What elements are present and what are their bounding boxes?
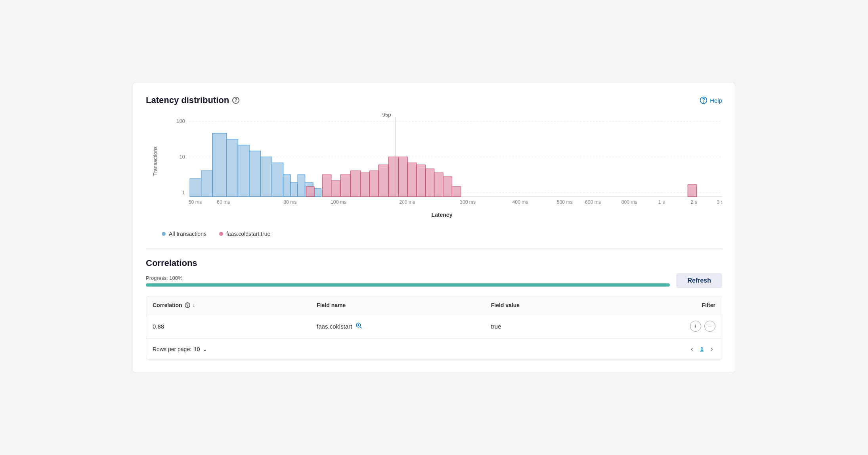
help-circle-icon [700,96,707,104]
legend-all-transactions: All transactions [162,231,206,237]
table-header-row: Correlation ? ↓ Field name Field value F… [146,296,722,314]
next-page-button[interactable]: › [708,344,715,354]
svg-rect-50 [434,173,443,197]
rows-per-page-selector[interactable]: Rows per page: 10 ⌄ [153,346,207,352]
svg-rect-16 [249,151,261,197]
svg-rect-18 [272,163,283,197]
prev-page-button[interactable]: ‹ [688,344,696,354]
th-filter: Filter [608,296,722,314]
th-correlation: Correlation ? ↓ [146,296,310,314]
svg-rect-11 [190,179,201,197]
current-page-number[interactable]: 1 [700,346,704,352]
chart-legend: All transactions faas.coldstart:true [162,231,722,237]
svg-rect-12 [201,171,213,197]
th-filter-label: Filter [702,302,715,308]
svg-rect-37 [306,187,314,197]
legend-label-coldstart: faas.coldstart:true [226,231,270,237]
chart-section-header: Latency distribution ? Help [146,95,722,105]
help-button[interactable]: Help [700,96,722,104]
progress-bar-background [146,283,670,287]
pagination-row: Rows per page: 10 ⌄ ‹ 1 › [146,338,722,359]
field-value-value: true [491,323,501,330]
table-row: 0.88 faas.coldstart [146,314,722,338]
th-field-value: Field value [485,296,608,314]
svg-text:3 s: 3 s [717,199,722,205]
svg-text:80 ms: 80 ms [283,199,296,205]
section-divider [146,248,722,249]
svg-rect-41 [351,171,361,197]
svg-rect-44 [379,165,388,197]
svg-rect-45 [388,157,398,197]
svg-rect-46 [399,157,407,197]
svg-rect-20 [291,183,298,197]
progress-bar-fill [146,283,670,287]
svg-rect-42 [361,173,369,197]
refresh-button[interactable]: Refresh [676,273,722,288]
th-correlation-label: Correlation [153,302,182,308]
svg-text:1 s: 1 s [658,199,665,205]
svg-text:800 ms: 800 ms [621,199,637,205]
correlation-help-icon[interactable]: ? [185,302,190,308]
progress-info: Progress: 100% [146,275,670,287]
page-navigation: ‹ 1 › [688,344,715,354]
cell-correlation: 0.88 [146,314,310,338]
svg-rect-53 [688,185,696,197]
svg-rect-13 [212,133,227,197]
filter-exclude-button[interactable]: − [704,321,715,332]
latency-chart-container: Transactions .grid-line { stroke: #e0e0e… [146,113,722,224]
svg-text:200 ms: 200 ms [399,199,415,205]
latency-histogram: .grid-line { stroke: #e0e0e0; stroke-das… [165,113,722,208]
svg-text:2 s: 2 s [691,199,697,205]
svg-text:1: 1 [182,189,185,195]
chart-title: Latency distribution [146,95,229,105]
svg-text:100: 100 [176,118,185,124]
th-field-value-label: Field value [491,302,520,308]
filter-actions-wrapper: + − [614,321,715,332]
help-tooltip-icon[interactable]: ? [232,97,239,104]
svg-rect-52 [452,187,461,197]
correlations-table: Correlation ? ↓ Field name Field value F… [146,296,722,338]
correlation-value: 0.88 [153,323,164,330]
progress-label: Progress: 100% [146,275,670,281]
svg-rect-49 [425,169,434,197]
legend-coldstart: faas.coldstart:true [219,231,270,237]
th-field-name: Field name [310,296,485,314]
svg-rect-39 [331,181,340,197]
cell-field-value: true [485,314,608,338]
svg-rect-40 [340,175,350,197]
svg-point-1 [704,102,704,102]
rows-per-page-label: Rows per page: [153,346,191,352]
legend-label-all: All transactions [169,231,206,237]
y-axis-label: Transactions [153,146,159,176]
svg-text:500 ms: 500 ms [557,199,573,205]
svg-text:50 ms: 50 ms [189,199,202,205]
svg-rect-51 [443,177,452,197]
th-field-name-label: Field name [317,302,346,308]
progress-row: Progress: 100% Refresh [146,273,722,288]
field-name-wrapper: faas.coldstart [317,322,478,331]
correlations-title: Correlations [146,258,722,268]
svg-text:300 ms: 300 ms [460,199,476,205]
svg-rect-21 [298,175,305,197]
svg-text:10: 10 [179,154,185,160]
filter-include-button[interactable]: + [690,321,701,332]
main-card: Latency distribution ? Help Transactions [133,82,735,373]
sort-icon[interactable]: ↓ [193,302,195,308]
rows-per-page-value: 10 [194,346,200,352]
help-button-label: Help [710,97,722,104]
field-name-value: faas.coldstart [317,323,352,330]
correlations-table-wrapper: Correlation ? ↓ Field name Field value F… [146,296,722,360]
svg-line-55 [360,327,362,328]
svg-rect-14 [227,139,238,197]
svg-rect-17 [260,157,272,197]
svg-text:600 ms: 600 ms [585,199,601,205]
svg-rect-15 [238,145,249,197]
svg-text:400 ms: 400 ms [512,199,528,205]
legend-dot-blue [162,232,166,236]
field-search-icon[interactable] [355,322,362,331]
chart-title-row: Latency distribution ? [146,95,239,105]
svg-rect-47 [407,163,416,197]
svg-rect-43 [370,171,379,197]
legend-dot-red [219,232,223,236]
x-axis-label: Latency [162,212,722,218]
